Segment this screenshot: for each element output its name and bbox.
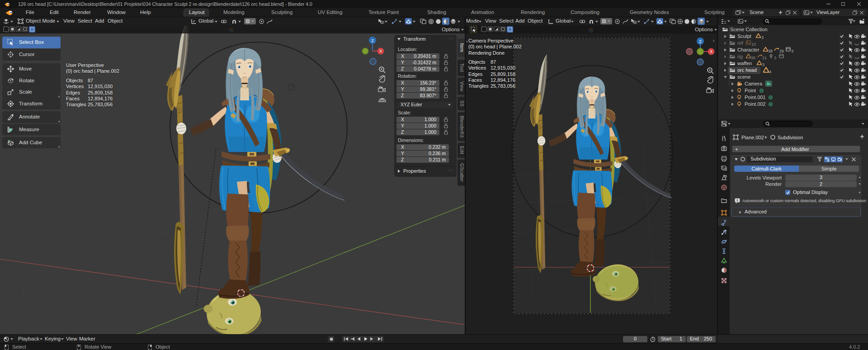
svg-text:X: X: [710, 49, 712, 54]
svg-text:Z: Z: [699, 39, 702, 44]
svg-text:X: X: [379, 49, 382, 53]
svg-text:Z: Z: [371, 38, 374, 43]
